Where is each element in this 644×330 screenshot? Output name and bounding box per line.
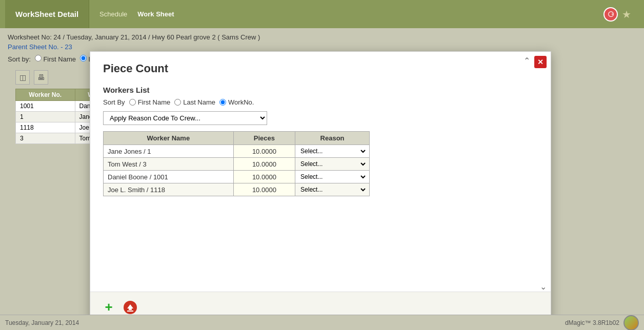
parent-sheet: Parent Sheet No. - 23: [8, 43, 636, 51]
reason-cell: Select...: [295, 145, 370, 158]
worker-name-cell: Joe L. Smith / 1118: [104, 183, 234, 196]
workers-table: Worker Name Pieces Reason Jane Jones / 1…: [103, 131, 370, 196]
modal-sort-lastname[interactable]: Last Name: [174, 98, 215, 106]
modal-sort-workno[interactable]: WorkNo.: [219, 98, 254, 106]
modal-sort-firstname[interactable]: First Name: [129, 98, 171, 106]
pieces-cell[interactable]: 10.0000: [233, 171, 295, 183]
status-date: Tuesday, January 21, 2014: [5, 319, 79, 326]
worker-name-cell: Jane Jones / 1: [104, 145, 234, 158]
modal-body: Piece Count Workers List Sort By First N…: [90, 52, 551, 292]
brand-logo: [623, 315, 639, 331]
table-row: Jane Jones / 1 10.0000 Select...: [104, 145, 370, 158]
download-icon: [123, 300, 137, 315]
apply-reason-dropdown-wrap: Apply Reason Code To Crew...: [103, 111, 538, 125]
workers-list-heading: Workers List: [103, 86, 538, 94]
modal-sort-row: Sort By First Name Last Name WorkNo.: [103, 98, 538, 106]
nav-worksheet[interactable]: Work Sheet: [137, 10, 174, 18]
favorite-icon[interactable]: ★: [622, 8, 631, 20]
top-bar: WorkSheet Detail Schedule Work Sheet ⚆ ★: [0, 0, 644, 28]
reason-select[interactable]: Select...: [297, 146, 367, 156]
sort-firstname-radio[interactable]: First Name: [35, 55, 76, 63]
scroll-down-icon[interactable]: ⌄: [540, 282, 547, 292]
worker-name-cell: Tom West / 3: [104, 158, 234, 171]
worker-num-cell: 3: [16, 133, 75, 144]
table-row: Joe L. Smith / 1118 10.0000 Select...: [104, 183, 370, 196]
reason-cell: Select...: [295, 158, 370, 171]
modal-title: Piece Count: [103, 62, 538, 75]
col-reason-header: Reason: [295, 132, 370, 145]
svg-rect-2: [129, 308, 132, 310]
reason-select[interactable]: Select...: [297, 159, 367, 169]
top-bar-actions: ⚆ ★: [603, 7, 639, 22]
pieces-cell[interactable]: 10.0000: [233, 145, 295, 158]
pieces-cell[interactable]: 10.0000: [233, 158, 295, 171]
pieces-cell[interactable]: 10.0000: [233, 183, 295, 196]
worksheet-info: Worksheet No: 24 / Tuesday, January 21, …: [8, 33, 636, 41]
app-title-text: WorkSheet Detail: [15, 10, 78, 18]
svg-rect-3: [127, 311, 133, 312]
brand-text: dMagic™ 3.8R1b02: [565, 319, 619, 326]
table-row: Daniel Boone / 1001 10.0000 Select...: [104, 171, 370, 183]
col-pieces-header: Pieces: [233, 132, 295, 145]
reason-cell: Select...: [295, 183, 370, 196]
app-title: WorkSheet Detail: [5, 0, 89, 28]
worker-num-cell: 1118: [16, 122, 75, 133]
help-icon[interactable]: ⚆: [603, 7, 618, 22]
worker-num-cell: 1: [16, 112, 75, 122]
col-worker-no: Worker No.: [16, 89, 75, 101]
col-worker-name-header: Worker Name: [104, 132, 234, 145]
worker-num-cell: 1001: [16, 101, 75, 112]
sort-by-label: Sort By: [103, 98, 125, 106]
apply-reason-select[interactable]: Apply Reason Code To Crew...: [103, 111, 267, 125]
reason-select[interactable]: Select...: [297, 172, 367, 182]
piece-count-modal: ✕ ⌃ Piece Count Workers List Sort By Fir…: [90, 51, 551, 323]
status-bar: Tuesday, January 21, 2014 dMagic™ 3.8R1b…: [0, 315, 644, 330]
reason-select[interactable]: Select...: [297, 184, 367, 195]
scroll-up-icon[interactable]: ⌃: [524, 56, 530, 66]
print-icon[interactable]: 🖶: [34, 70, 48, 85]
download-button[interactable]: [122, 299, 138, 316]
reason-cell: Select...: [295, 171, 370, 183]
worker-name-cell: Daniel Boone / 1001: [104, 171, 234, 183]
nav-schedule[interactable]: Schedule: [99, 10, 127, 18]
top-nav: Schedule Work Sheet: [89, 0, 185, 28]
status-right: dMagic™ 3.8R1b02: [565, 315, 639, 331]
image-icon[interactable]: ◫: [15, 70, 30, 85]
modal-close-button[interactable]: ✕: [534, 56, 547, 68]
add-button[interactable]: +: [100, 299, 117, 316]
table-row: Tom West / 3 10.0000 Select...: [104, 158, 370, 171]
